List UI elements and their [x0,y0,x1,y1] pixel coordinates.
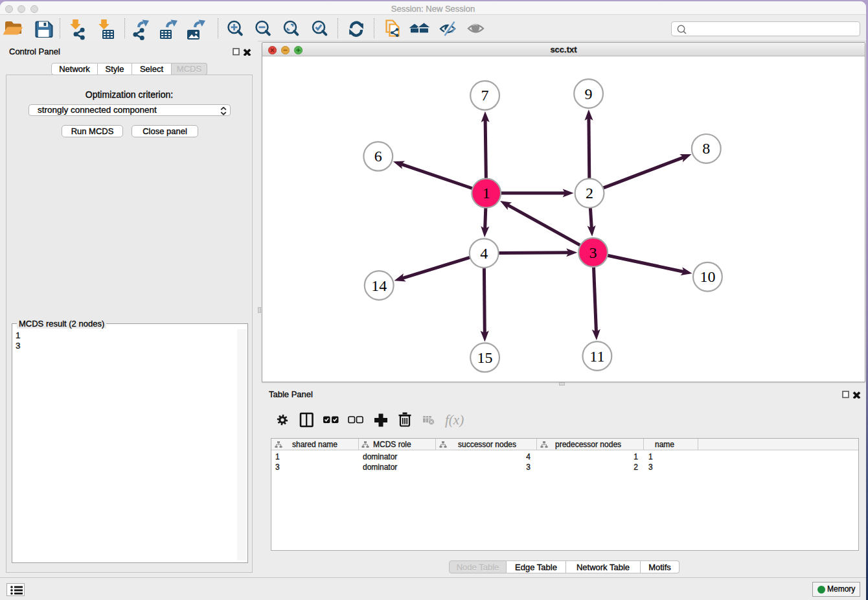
svg-text:4: 4 [480,245,488,262]
svg-text:6: 6 [374,148,382,165]
svg-text:7: 7 [481,87,489,104]
svg-text:10: 10 [700,268,715,285]
svg-text:8: 8 [702,140,710,157]
svg-text:15: 15 [477,349,493,366]
svg-text:14: 14 [371,277,387,294]
svg-text:2: 2 [586,185,593,202]
svg-text:1: 1 [483,185,490,202]
svg-text:3: 3 [589,244,597,261]
svg-text:11: 11 [589,348,604,365]
svg-text:9: 9 [585,86,593,102]
svg-text:f(x): f(x) [445,412,464,428]
